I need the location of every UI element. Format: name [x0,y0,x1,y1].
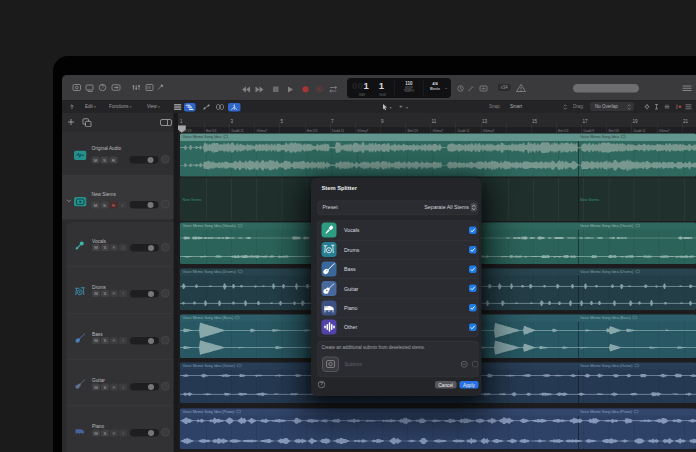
svg-text:?: ? [320,382,323,387]
svg-text:?: ? [101,85,104,90]
